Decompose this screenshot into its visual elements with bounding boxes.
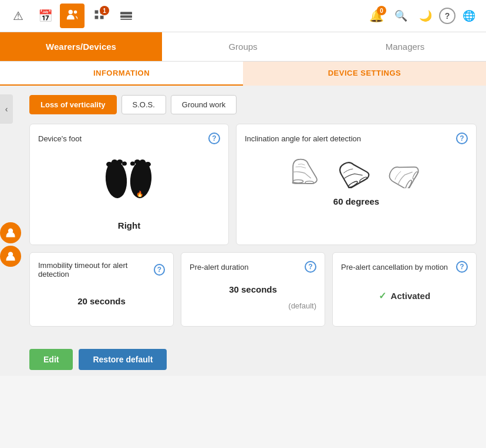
nav-icons-left: ⚠ 📅 1 [6,4,365,28]
grid-badge: 1 [100,6,109,15]
main-tabs: Wearers/Devices Groups Managers [0,32,486,62]
chevron-left-icon: ‹ [5,104,8,114]
sidebar-avatar-2[interactable] [0,246,21,267]
svg-rect-5 [100,15,104,19]
immobility-timeout-content: 20 seconds [38,284,165,318]
tab-wearers-devices[interactable]: Wearers/Devices [0,32,162,61]
svg-rect-8 [120,19,132,20]
tab-managers[interactable]: Managers [324,32,486,61]
grid-nav-btn[interactable]: 1 [87,4,112,28]
pre-alert-cancellation-title: Pre-alert cancellation by motion ? [341,261,468,273]
inclination-angle-card: Inclination angle for alert detection ? [236,124,477,245]
svg-point-17 [134,159,140,164]
pre-alert-duration-title: Pre-alert duration ? [190,261,316,273]
pre-alert-duration-note: (default) [288,301,316,310]
shoe-tilted-svg [336,156,377,188]
pre-alert-cancellation-value: ✓ Activated [379,290,430,301]
bell-badge: 0 [377,6,386,15]
immobility-timeout-help-btn[interactable]: ? [154,264,165,276]
calendar-icon: 📅 [38,9,53,23]
help-nav-btn[interactable]: ? [439,8,455,24]
globe-nav-btn[interactable]: 🌐 [458,5,480,27]
alert-type-buttons: Loss of verticality S.O.S. Ground work [29,95,477,114]
search-icon: 🔍 [394,9,407,22]
immobility-timeout-card: Immobility timeout for alert detection ?… [29,252,174,327]
edit-button[interactable]: Edit [29,349,73,370]
device-foot-value: Right [118,220,140,230]
moon-icon: 🌙 [419,9,432,22]
cards-row-1: Device's foot ? [29,124,477,245]
svg-point-0 [69,9,73,13]
pre-alert-cancellation-help-btn[interactable]: ? [456,261,468,273]
tab-device-settings[interactable]: DEVICE SETTINGS [243,62,486,86]
shoe-flat-svg [386,156,427,188]
question-icon: ? [445,11,450,21]
immobility-timeout-title: Immobility timeout for alert detection ? [38,261,165,279]
device-foot-card: Device's foot ? [29,124,229,245]
footprint-svg: 🔥 [94,156,164,220]
sub-tabs: INFORMATION DEVICE SETTINGS [0,62,486,86]
restore-default-button[interactable]: Restore default [79,349,167,370]
people-nav-btn[interactable] [60,4,85,28]
moon-nav-btn[interactable]: 🌙 [414,5,437,27]
shoe-tilted[interactable] [336,156,377,191]
loss-of-verticality-btn[interactable]: Loss of verticality [29,95,117,114]
tab-information[interactable]: INFORMATION [0,62,243,86]
check-icon: ✓ [379,291,386,301]
globe-icon: 🌐 [463,9,475,22]
people-icon [66,8,79,24]
svg-rect-6 [120,12,132,14]
pre-alert-duration-help-btn[interactable]: ? [305,261,316,273]
pre-alert-duration-card: Pre-alert duration ? 30 seconds (default… [181,252,325,327]
pre-alert-cancellation-content: ✓ Activated [341,279,468,313]
bell-nav-btn[interactable]: 🔔 0 [365,5,387,27]
svg-point-1 [74,10,77,13]
warning-icon: ⚠ [13,9,23,23]
svg-point-18 [130,161,136,166]
sidebar-avatar-1[interactable] [0,222,21,243]
device-foot-help-btn[interactable]: ? [208,133,220,144]
card-nav-btn[interactable] [114,4,139,28]
svg-rect-4 [95,15,99,19]
immobility-timeout-value: 20 seconds [77,296,126,306]
main-content: Loss of verticality S.O.S. Ground work D… [0,86,486,343]
device-foot-content: 🔥 Right [38,150,220,236]
tab-groups[interactable]: Groups [162,32,324,61]
pre-alert-cancellation-card: Pre-alert cancellation by motion ? ✓ Act… [332,252,477,327]
card-icon [120,9,132,23]
svg-point-23 [359,177,367,183]
sos-btn[interactable]: S.O.S. [122,95,166,114]
svg-rect-7 [120,15,132,18]
cards-row-2: Immobility timeout for alert detection ?… [29,252,477,327]
inclination-angle-value: 60 degrees [245,196,468,206]
shoe-upright-svg [285,156,326,188]
inclination-angle-help-btn[interactable]: ? [456,133,468,144]
shoes-area [245,150,468,194]
svg-point-25 [412,171,419,179]
ground-work-btn[interactable]: Ground work [171,95,237,114]
calendar-nav-btn[interactable]: 📅 [33,4,58,28]
shoe-flat[interactable] [386,156,427,191]
svg-point-21 [305,181,313,184]
pre-alert-duration-content: 30 seconds [190,279,316,297]
pre-alert-duration-value: 30 seconds [229,284,277,294]
device-foot-title: Device's foot ? [38,133,220,144]
svg-point-20 [293,180,303,183]
svg-text:🔥: 🔥 [136,190,144,198]
bottom-bar: Edit Restore default [0,343,486,376]
top-navigation: ⚠ 📅 1 [0,0,486,32]
svg-point-12 [117,159,123,164]
shoe-upright[interactable] [285,156,326,191]
collapse-arrow-btn[interactable]: ‹ [0,94,13,124]
inclination-angle-title: Inclination angle for alert detection ? [245,133,468,144]
search-nav-btn[interactable]: 🔍 [390,5,412,27]
warning-nav-btn[interactable]: ⚠ [6,4,31,28]
svg-point-13 [122,161,127,166]
svg-rect-2 [95,10,99,13]
nav-icons-right: 🔔 0 🔍 🌙 ? 🌐 [365,5,480,27]
